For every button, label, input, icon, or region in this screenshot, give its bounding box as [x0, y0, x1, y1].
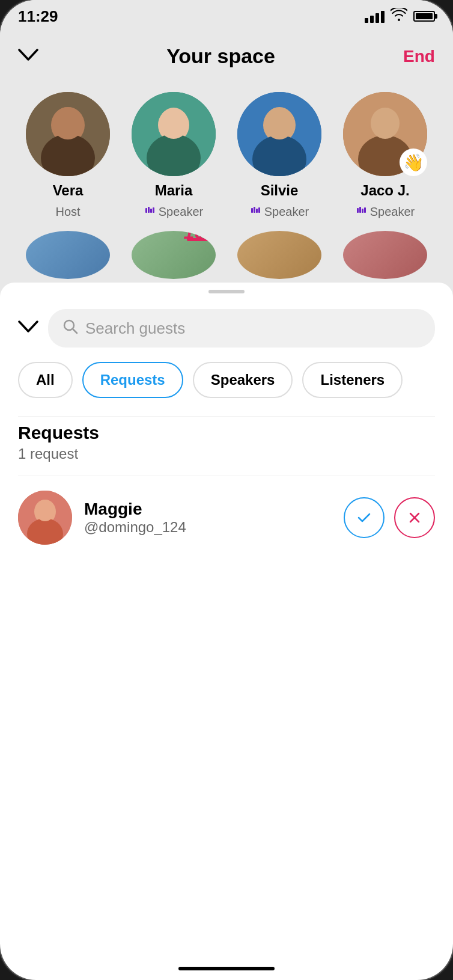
header-bar: Your space End: [18, 32, 435, 80]
speaker-role-vera: Host: [55, 205, 80, 219]
status-bar: 11:29: [0, 0, 453, 32]
mic-icon-jaco: [356, 205, 366, 219]
tab-speakers[interactable]: Speakers: [193, 362, 293, 398]
bottom-sheet-content: Search guests All Requests Speakers List…: [0, 297, 453, 559]
wifi-icon: [391, 8, 407, 25]
speaker-item-jaco: 👋 Jaco J. Speaker: [335, 92, 435, 219]
svg-rect-4: [26, 92, 110, 176]
svg-rect-19: [256, 209, 258, 213]
accept-button-maggie[interactable]: [344, 497, 385, 538]
minimize-button[interactable]: [18, 47, 38, 66]
speaker-label-jaco: Speaker: [370, 205, 415, 219]
svg-rect-20: [258, 207, 260, 213]
speaker-host-label: Host: [55, 205, 80, 219]
bottom-avatar-4: [343, 231, 427, 279]
requests-count: 1 request: [18, 443, 435, 472]
search-input-wrapper[interactable]: Search guests: [48, 309, 435, 348]
tab-all[interactable]: All: [18, 362, 73, 398]
speaker-item-maria: Maria Speaker: [124, 92, 223, 219]
speaker-item-silvie: Silvie Speaker: [230, 92, 329, 219]
bottom-avatar-3: [237, 231, 321, 279]
svg-rect-17: [251, 208, 253, 213]
search-input[interactable]: Search guests: [85, 319, 185, 338]
bottom-sheet: Search guests All Requests Speakers List…: [0, 283, 453, 559]
svg-rect-9: [145, 208, 147, 213]
bottom-avatar-2: 100: [132, 231, 216, 279]
request-handle-maggie: @domingo_124: [84, 519, 332, 536]
bottom-speakers-row: 100: [18, 225, 435, 279]
speaker-name-vera: Vera: [53, 182, 84, 199]
svg-rect-18: [254, 207, 255, 213]
filter-tabs: All Requests Speakers Listeners: [18, 362, 435, 416]
search-minimize-button[interactable]: [18, 319, 38, 338]
avatar-maria[interactable]: [132, 92, 216, 176]
request-name-maggie: Maggie: [84, 500, 332, 519]
speaker-role-maria: Speaker: [144, 205, 204, 219]
speaker-name-silvie: Silvie: [261, 182, 299, 199]
svg-point-29: [64, 320, 74, 330]
drag-handle: [208, 290, 245, 293]
speaker-name-maria: Maria: [155, 182, 193, 199]
signal-bars-icon: [365, 10, 385, 23]
request-item-maggie: Maggie @domingo_124: [18, 476, 435, 559]
status-time: 11:29: [18, 7, 58, 26]
speaker-name-jaco: Jaco J.: [360, 182, 409, 199]
space-title: Your space: [166, 44, 275, 68]
svg-rect-25: [357, 208, 359, 213]
svg-rect-11: [150, 209, 152, 213]
avatar-wrapper-silvie: [237, 92, 321, 176]
requests-title: Requests: [18, 423, 435, 443]
svg-point-8: [159, 108, 188, 139]
bottom-avatar-1: [26, 231, 110, 279]
svg-rect-27: [362, 209, 363, 213]
phone-frame: 11:29: [0, 0, 453, 980]
speaker-role-silvie: Speaker: [250, 205, 309, 219]
wave-badge-jaco: 👋: [400, 149, 427, 176]
svg-point-16: [264, 107, 294, 139]
mic-icon-maria: [144, 205, 155, 219]
drag-handle-container: [0, 283, 453, 297]
request-info-maggie: Maggie @domingo_124: [84, 500, 332, 536]
svg-rect-10: [148, 207, 150, 213]
speakers-grid: Vera Host Maria: [18, 80, 435, 225]
search-icon: [62, 319, 78, 338]
avatar-maggie: [18, 491, 72, 545]
avatar-silvie[interactable]: [237, 92, 321, 176]
speaker-item-vera: Vera Host: [18, 92, 118, 219]
reject-button-maggie[interactable]: [394, 497, 435, 538]
avatar-vera[interactable]: [26, 92, 110, 176]
requests-section-header: Requests 1 request: [18, 416, 435, 476]
svg-point-33: [35, 500, 55, 521]
avatar-wrapper-maria: [132, 92, 216, 176]
svg-rect-26: [359, 207, 361, 213]
search-container: Search guests: [18, 297, 435, 362]
svg-rect-12: [153, 207, 154, 213]
battery-icon: [413, 11, 435, 22]
speaker-role-jaco: Speaker: [356, 205, 415, 219]
status-icons: [365, 8, 435, 25]
avatar-wrapper-vera: [26, 92, 110, 176]
request-actions-maggie: [344, 497, 435, 538]
mic-icon-silvie: [250, 205, 261, 219]
svg-point-24: [371, 108, 400, 139]
top-section: Your space End: [0, 32, 453, 297]
end-button[interactable]: End: [403, 47, 435, 66]
avatar-wrapper-jaco: 👋: [343, 92, 427, 176]
home-indicator: [178, 967, 275, 970]
speaker-label-silvie: Speaker: [264, 205, 309, 219]
speaker-label-maria: Speaker: [159, 205, 204, 219]
svg-rect-28: [364, 207, 366, 213]
tab-requests[interactable]: Requests: [82, 362, 183, 398]
tab-listeners[interactable]: Listeners: [302, 362, 403, 398]
